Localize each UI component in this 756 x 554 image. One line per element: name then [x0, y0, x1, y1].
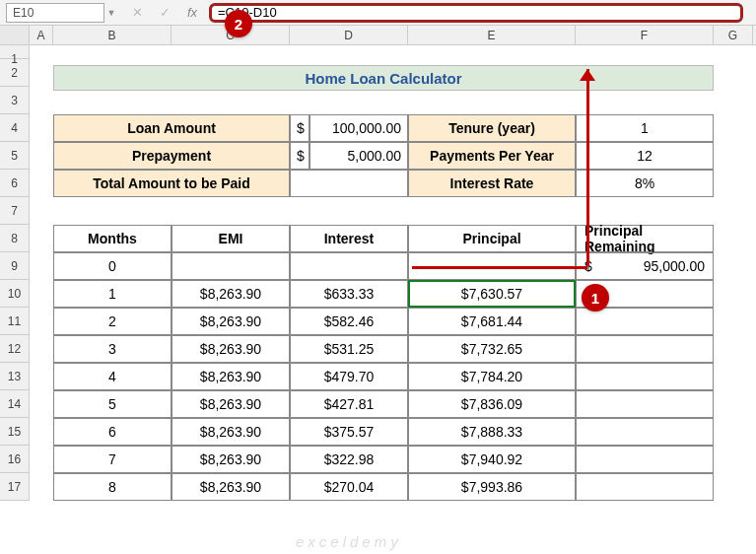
cell-interest[interactable]: $582.46 — [290, 308, 408, 335]
cell-principal[interactable]: $7,836.09 — [408, 390, 576, 418]
row-header[interactable]: 2 — [0, 59, 30, 87]
cell-emi[interactable]: $8,263.90 — [172, 446, 290, 473]
cell-principal[interactable]: $7,681.44 — [408, 308, 576, 335]
row-header[interactable]: 13 — [0, 363, 30, 390]
row-header[interactable]: 12 — [0, 335, 30, 363]
cell-principal[interactable]: $7,784.20 — [408, 363, 576, 390]
formula-bar-icons: ✕ ✓ fx — [130, 6, 199, 20]
annotation-arrow-icon — [586, 69, 589, 266]
loan-amount-currency[interactable]: $ — [290, 114, 309, 142]
cell-emi[interactable]: $8,263.90 — [172, 308, 290, 335]
cell-emi[interactable] — [172, 252, 290, 280]
cell-interest[interactable]: $322.98 — [290, 446, 408, 473]
annotation-arrowhead-icon — [580, 69, 595, 81]
annotation-2: 2 — [225, 10, 252, 37]
row-header[interactable]: 17 — [0, 473, 30, 501]
name-box[interactable]: E10 — [6, 3, 104, 23]
tenure-label: Tenure (year) — [408, 114, 576, 142]
row-header[interactable]: 9 — [0, 252, 30, 280]
fx-icon[interactable]: fx — [185, 6, 199, 20]
cell-months[interactable]: 2 — [53, 308, 172, 335]
cell-emi[interactable]: $8,263.90 — [172, 390, 290, 418]
row-header[interactable]: 8 — [0, 225, 30, 252]
cell-months[interactable]: 1 — [53, 280, 172, 308]
cell-interest[interactable]: $427.81 — [290, 390, 408, 418]
cell-interest[interactable]: $531.25 — [290, 335, 408, 363]
prepayment-value[interactable]: 5,000.00 — [309, 142, 408, 170]
cell-months[interactable]: 0 — [53, 252, 172, 280]
cell-emi[interactable]: $8,263.90 — [172, 418, 290, 446]
row-header[interactable]: 14 — [0, 390, 30, 418]
total-label: Total Amount to be Paid — [53, 170, 290, 197]
cell-remaining[interactable] — [576, 308, 714, 335]
cell-months[interactable]: 7 — [53, 446, 172, 473]
cell-remaining[interactable]: $95,000.00 — [576, 252, 714, 280]
col-header-a[interactable]: A — [30, 26, 53, 44]
ppy-label: Payments Per Year — [408, 142, 576, 170]
cell-interest[interactable]: $479.70 — [290, 363, 408, 390]
title-banner: Home Loan Calculator — [53, 65, 714, 91]
cancel-icon[interactable]: ✕ — [130, 6, 144, 20]
name-box-text: E10 — [13, 6, 34, 20]
rate-value[interactable]: 8% — [576, 170, 714, 197]
row-header[interactable]: 4 — [0, 114, 30, 142]
cell-interest[interactable]: $375.57 — [290, 418, 408, 446]
name-box-dropdown-icon[interactable]: ▼ — [104, 3, 118, 23]
check-icon[interactable]: ✓ — [158, 6, 172, 20]
cell-remaining[interactable] — [576, 473, 714, 501]
cell-principal[interactable]: $7,888.33 — [408, 418, 576, 446]
prepayment-currency[interactable]: $ — [290, 142, 309, 170]
cell-principal[interactable]: $7,993.86 — [408, 473, 576, 501]
col-header-b[interactable]: B — [53, 26, 172, 44]
row-header[interactable]: 15 — [0, 418, 30, 446]
formula-input[interactable]: =C10-D10 — [209, 3, 743, 23]
cell-interest[interactable] — [290, 252, 408, 280]
cell-remaining[interactable] — [576, 363, 714, 390]
col-emi: EMI — [172, 225, 290, 252]
cell-remaining[interactable] — [576, 390, 714, 418]
row-header[interactable]: 10 — [0, 280, 30, 308]
col-months: Months — [53, 225, 172, 252]
select-all-corner[interactable] — [0, 26, 30, 44]
col-header-f[interactable]: F — [576, 26, 714, 44]
loan-amount-label: Loan Amount — [53, 114, 290, 142]
cell-remaining[interactable] — [576, 418, 714, 446]
row-header[interactable]: 5 — [0, 142, 30, 170]
row-header[interactable]: 7 — [0, 197, 30, 225]
info-table: Loan Amount $ 100,000.00 Tenure (year) 1… — [53, 114, 714, 197]
cell-emi[interactable]: $8,263.90 — [172, 473, 290, 501]
rate-label: Interest Rate — [408, 170, 576, 197]
row-header[interactable]: 3 — [0, 87, 30, 114]
row-header[interactable]: 16 — [0, 446, 30, 473]
cell-months[interactable]: 6 — [53, 418, 172, 446]
row-header[interactable]: 6 — [0, 170, 30, 197]
cell-principal[interactable]: $7,940.92 — [408, 446, 576, 473]
prepayment-label: Prepayment — [53, 142, 290, 170]
cell-emi[interactable]: $8,263.90 — [172, 363, 290, 390]
col-header-g[interactable]: G — [714, 26, 753, 44]
ppy-value[interactable]: 12 — [576, 142, 714, 170]
col-header-d[interactable]: D — [290, 26, 408, 44]
cell-months[interactable]: 3 — [53, 335, 172, 363]
row-header[interactable]: 11 — [0, 308, 30, 335]
col-header-e[interactable]: E — [408, 26, 576, 44]
cell-grid[interactable]: Home Loan Calculator Loan Amount $ 100,0… — [30, 45, 756, 501]
cell-months[interactable]: 8 — [53, 473, 172, 501]
cell-months[interactable]: 5 — [53, 390, 172, 418]
cell-interest[interactable]: $270.04 — [290, 473, 408, 501]
cell-remaining[interactable] — [576, 446, 714, 473]
total-value[interactable] — [290, 170, 408, 197]
cell-interest[interactable]: $633.33 — [290, 280, 408, 308]
row-header[interactable]: 1 — [0, 45, 30, 59]
cell-months[interactable]: 4 — [53, 363, 172, 390]
cell-remaining[interactable] — [576, 335, 714, 363]
selected-cell-e10[interactable]: $7,630.57 — [408, 280, 576, 308]
col-interest: Interest — [290, 225, 408, 252]
loan-amount-value[interactable]: 100,000.00 — [309, 114, 408, 142]
tenure-value[interactable]: 1 — [576, 114, 714, 142]
watermark: exceldemy — [296, 533, 402, 550]
cell-emi[interactable]: $8,263.90 — [172, 335, 290, 363]
cell-emi[interactable]: $8,263.90 — [172, 280, 290, 308]
col-remaining: Principal Remaining — [576, 225, 714, 252]
cell-principal[interactable]: $7,732.65 — [408, 335, 576, 363]
